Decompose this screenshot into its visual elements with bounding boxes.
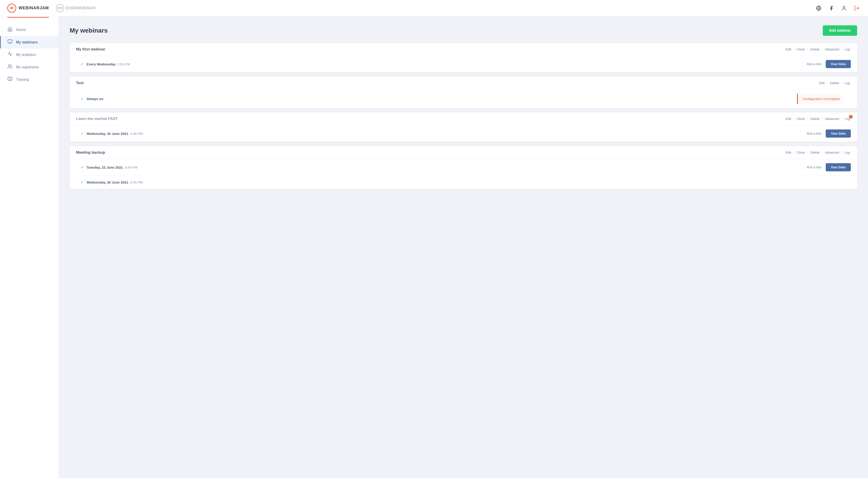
- webinar4-log[interactable]: Log: [844, 150, 851, 155]
- webinar3-row-actions: Run a test Your links: [807, 129, 851, 138]
- header: W WEBINARJAM EW EVERWEBINAR: [0, 0, 868, 16]
- webinar3-schedule: ✓ Wednesday, 30 June 2021, 4:45 PM: [81, 131, 143, 136]
- logo-webinarjam[interactable]: W WEBINARJAM: [7, 4, 49, 13]
- sidebar-my-registrants-label: My registrants: [16, 65, 39, 69]
- webinar1-your-links-button[interactable]: Your links: [826, 60, 851, 68]
- webinar4-session-2: ✓ Wednesday, 30 June 2021, 4:45 PM: [70, 175, 857, 189]
- webinar-name-4: Meeting backup: [76, 150, 105, 155]
- webinar4-advanced[interactable]: Advanced: [824, 150, 840, 155]
- webinar-header-1: My first webinar Edit • Clone • Delete •…: [70, 43, 857, 56]
- webinar4-schedule-1: ✓ Tuesday, 22 June 2021, 4:45 PM: [81, 165, 137, 170]
- sidebar-item-my-registrants[interactable]: My registrants: [0, 61, 59, 73]
- sidebar-my-webinars-label: My webinars: [16, 40, 38, 44]
- sidebar-item-home[interactable]: Home: [0, 24, 59, 36]
- schedule-text-4a: Tuesday, 22 June 2021, 4:45 PM: [87, 166, 137, 169]
- webinar-name-2: Test: [76, 81, 84, 85]
- globe-icon[interactable]: [815, 4, 823, 12]
- ew-logo-icon: EW: [56, 4, 64, 12]
- svg-rect-4: [8, 40, 12, 43]
- sidebar-item-my-webinars[interactable]: My webinars: [0, 36, 59, 49]
- sidebar: Home My webinars My analytics: [0, 16, 59, 478]
- webinar4-clone[interactable]: Clone: [796, 150, 806, 155]
- check-icon-4b: ✓: [81, 180, 84, 185]
- webinar2-session-1: ✓ Always on Configuration incomplete: [70, 90, 857, 108]
- add-webinar-button[interactable]: Add webinar: [823, 25, 857, 36]
- webinar-section-2: Test Edit • Delete • Log ✓ Always on: [70, 77, 857, 108]
- webinar-actions-1: Edit • Clone • Delete • Advanced • Log: [785, 47, 851, 52]
- webinar2-log[interactable]: Log: [844, 81, 851, 85]
- webinar3-advanced[interactable]: Advanced: [824, 117, 840, 121]
- webinar1-log[interactable]: Log: [844, 47, 851, 52]
- webinar3-delete[interactable]: Delete: [809, 117, 820, 121]
- webinar-section-1: My first webinar Edit • Clone • Delete •…: [70, 43, 857, 72]
- webinar-actions-2: Edit • Delete • Log: [818, 81, 851, 85]
- facebook-icon[interactable]: [827, 4, 835, 12]
- webinar1-clone[interactable]: Clone: [796, 47, 806, 52]
- webinar4-edit[interactable]: Edit: [785, 150, 792, 155]
- header-icons: [815, 4, 861, 12]
- check-icon-3: ✓: [81, 131, 84, 136]
- ew-logo-text: EVERWEBINAR: [66, 6, 96, 10]
- check-icon: ✓: [81, 62, 84, 66]
- sidebar-training-label: Training: [16, 78, 29, 82]
- user-icon[interactable]: [840, 4, 848, 12]
- webinar-section-4: Meeting backup Edit • Clone • Delete • A…: [70, 146, 857, 189]
- my-registrants-icon: [7, 64, 13, 70]
- webinar-header-3: Learn the market FAST Edit • Clone • Del…: [70, 113, 857, 125]
- main-header: My webinars Add webinar: [70, 25, 857, 36]
- webinar1-session-1: ✓ Every Wednesday, 2:00 PM Run a test Yo…: [70, 56, 857, 72]
- check-icon-4a: ✓: [81, 165, 84, 170]
- schedule-text-3: Wednesday, 30 June 2021, 4:45 PM: [87, 132, 143, 136]
- svg-point-7: [9, 65, 10, 66]
- webinar3-session-1: ✓ Wednesday, 30 June 2021, 4:45 PM Run a…: [70, 125, 857, 142]
- webinar4-row-actions: Run a test Your links: [807, 163, 851, 171]
- webinar4-schedule-2: ✓ Wednesday, 30 June 2021, 4:45 PM: [81, 180, 143, 185]
- header-logos: W WEBINARJAM EW EVERWEBINAR: [7, 4, 96, 13]
- logo-everwebinar[interactable]: EW EVERWEBINAR: [56, 4, 96, 12]
- schedule-text: Every Wednesday, 2:00 PM: [87, 62, 130, 66]
- schedule-text-2: Always on: [87, 97, 103, 101]
- my-webinars-icon: [7, 39, 13, 45]
- webinar1-edit[interactable]: Edit: [785, 47, 792, 52]
- webinar-header-4: Meeting backup Edit • Clone • Delete • A…: [70, 146, 857, 159]
- webinar3-clone[interactable]: Clone: [796, 117, 806, 121]
- webinar1-delete[interactable]: Delete: [809, 47, 820, 52]
- svg-point-2: [843, 6, 845, 8]
- wj-logo-text: WEBINARJAM: [19, 6, 49, 10]
- webinar-actions-4: Edit • Clone • Delete • Advanced • Log: [785, 150, 851, 155]
- webinar1-advanced[interactable]: Advanced: [824, 47, 840, 52]
- webinar1-run-test[interactable]: Run a test: [807, 62, 822, 66]
- page-title: My webinars: [70, 27, 107, 34]
- main-content: My webinars Add webinar My first webinar…: [59, 16, 868, 478]
- check-icon-2: ✓: [81, 96, 84, 101]
- wj-logo-icon: W: [7, 4, 16, 13]
- webinar1-row-actions: Run a test Your links: [807, 60, 851, 68]
- layout: Home My webinars My analytics: [0, 16, 868, 478]
- training-icon: [7, 77, 13, 83]
- config-incomplete-badge: Configuration incomplete: [797, 94, 844, 104]
- webinar-name-3: Learn the market FAST: [76, 117, 118, 121]
- webinar4-your-links-button[interactable]: Your links: [826, 163, 851, 171]
- sidebar-my-analytics-label: My analytics: [16, 53, 36, 57]
- my-analytics-icon: [7, 52, 13, 58]
- webinar3-edit[interactable]: Edit: [785, 117, 792, 121]
- webinar-section-3: Learn the market FAST Edit • Clone • Del…: [70, 113, 857, 142]
- webinar4-delete[interactable]: Delete: [809, 150, 820, 155]
- webinar3-log-badge-wrap: Log !: [844, 117, 851, 121]
- webinar-actions-3: Edit • Clone • Delete • Advanced • Log !: [785, 117, 851, 121]
- sidebar-home-label: Home: [16, 28, 26, 32]
- webinar2-edit[interactable]: Edit: [818, 81, 826, 85]
- logout-icon[interactable]: [852, 4, 861, 12]
- schedule-text-4b: Wednesday, 30 June 2021, 4:45 PM: [87, 180, 143, 184]
- webinar-header-2: Test Edit • Delete • Log: [70, 77, 857, 90]
- webinar-name-1: My first webinar: [76, 47, 105, 52]
- webinar4-run-test[interactable]: Run a test: [807, 166, 822, 169]
- webinar1-schedule: ✓ Every Wednesday, 2:00 PM: [81, 62, 130, 66]
- sidebar-item-training[interactable]: Training: [0, 73, 59, 86]
- sidebar-item-my-analytics[interactable]: My analytics: [0, 49, 59, 61]
- webinar4-session-1: ✓ Tuesday, 22 June 2021, 4:45 PM Run a t…: [70, 159, 857, 175]
- webinar3-run-test[interactable]: Run a test: [807, 132, 822, 135]
- log-notification-badge: !: [849, 115, 852, 119]
- webinar2-delete[interactable]: Delete: [829, 81, 840, 85]
- webinar3-your-links-button[interactable]: Your links: [826, 129, 851, 138]
